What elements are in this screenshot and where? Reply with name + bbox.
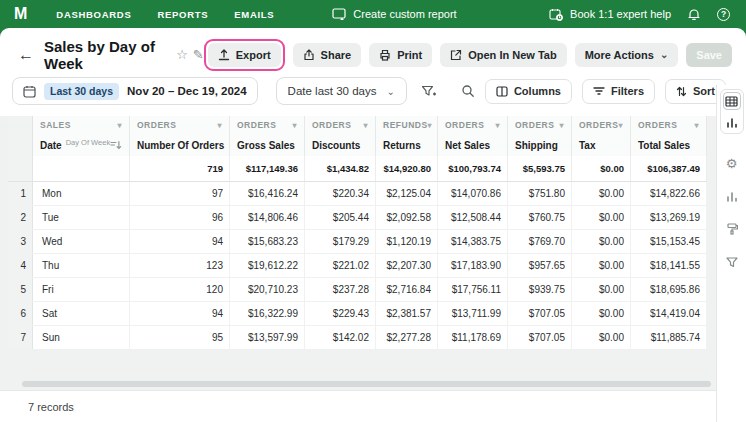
filters-button[interactable]: Filters <box>582 79 655 104</box>
table-cell: Mon <box>33 182 130 205</box>
table-cell: $179.29 <box>305 230 376 253</box>
metorik-logo[interactable]: M <box>14 5 26 23</box>
nav-emails[interactable]: EMAILS <box>234 9 274 20</box>
table-cell: $142.02 <box>305 326 376 349</box>
more-actions-button[interactable]: More Actions ⌄ <box>575 43 679 67</box>
column-group-header[interactable]: ORDERS▾ <box>230 116 305 134</box>
column-group-header[interactable]: ORDERS▾ <box>305 116 376 134</box>
funnel-filter-icon[interactable] <box>723 253 741 271</box>
column-group-header[interactable]: REFUNDS▾ <box>376 116 438 134</box>
chart-view-icon[interactable] <box>723 113 741 131</box>
chevron-down-icon: ⌄ <box>386 86 394 97</box>
column-group-header[interactable]: ORDERS▾ <box>130 116 230 134</box>
back-arrow-button[interactable]: ← <box>18 47 34 63</box>
group-label: ORDERS <box>445 120 484 130</box>
columns-button[interactable]: Columns <box>485 79 572 104</box>
group-label: ORDERS <box>579 120 618 130</box>
field-label-wrap: DateDay Of Week <box>40 140 110 151</box>
table-cell: Fri <box>33 278 130 301</box>
open-in-new-tab-button[interactable]: Open In New Tab <box>440 43 566 67</box>
row-number-cell: 2 <box>8 206 33 229</box>
column-group-header[interactable]: ORDERS▾ <box>438 116 508 134</box>
view-sidebar: ⚙ <box>716 85 746 422</box>
table-cell: $20,710.23 <box>230 278 305 301</box>
help-icon[interactable]: ? <box>717 8 730 21</box>
create-custom-report-button[interactable]: Create custom report <box>332 8 456 20</box>
table-cell: Thu <box>33 254 130 277</box>
column-header[interactable]: Net Sales <box>438 134 508 156</box>
sidebar-tools: ⚙ <box>723 154 741 271</box>
column-group-header[interactable]: SALES▾ <box>33 116 130 134</box>
share-button[interactable]: Share <box>293 43 362 67</box>
table-cell: $17,183.90 <box>438 254 508 277</box>
horizontal-scrollbar[interactable] <box>22 381 711 387</box>
table-row: 4Thu123$19,612.22$221.02$2,207.30$17,183… <box>8 254 707 278</box>
column-group-header[interactable]: ORDERS▾ <box>508 116 572 134</box>
group-label: ORDERS <box>312 120 351 130</box>
page-header: ← Sales by Day of Week ☆ ✎ Export <box>0 28 746 68</box>
field-label: Net Sales <box>445 140 490 151</box>
field-label: Tax <box>579 140 596 151</box>
export-icon <box>218 49 230 61</box>
date-range-control[interactable]: Last 30 days Nov 20 – Dec 19, 2024 <box>12 77 258 105</box>
edit-pencil-icon[interactable]: ✎ <box>193 47 204 62</box>
column-header[interactable]: Tax <box>572 134 631 156</box>
date-filter-dropdown[interactable]: Date last 30 days ⌄ <box>276 77 407 105</box>
row-number-header <box>8 134 33 156</box>
field-label: Gross Sales <box>237 140 295 151</box>
summary-row: 719$117,149.36$1,434.82$14,920.80$100,79… <box>8 156 707 182</box>
table-cell: 94 <box>130 302 230 325</box>
column-header[interactable]: Discounts <box>305 134 376 156</box>
field-label: Number Of Orders <box>137 140 224 151</box>
sort-icon[interactable] <box>110 140 122 150</box>
table-view-icon[interactable] <box>723 92 741 110</box>
column-header[interactable]: Shipping <box>508 134 572 156</box>
favorite-star-icon[interactable]: ☆ <box>176 47 188 62</box>
group-label: ORDERS <box>137 120 176 130</box>
chevron-down-icon: ▾ <box>292 121 297 130</box>
calendar-icon <box>23 85 36 98</box>
table-cell: Tue <box>33 206 130 229</box>
column-header[interactable]: Total Sales <box>631 134 707 156</box>
range-preset-badge: Last 30 days <box>44 83 119 100</box>
filter-toolbar: Last 30 days Nov 20 – Dec 19, 2024 Date … <box>12 77 732 105</box>
table-cell: $16,416.24 <box>230 182 305 205</box>
top-navigation-bar: M DASHBOARDS REPORTS EMAILS Create custo… <box>0 0 746 28</box>
summary-cell: $14,920.80 <box>376 156 438 181</box>
column-header[interactable]: Gross Sales <box>230 134 305 156</box>
notifications-bell-icon[interactable] <box>687 8 701 21</box>
field-label: Total Sales <box>638 140 690 151</box>
report-plus-icon <box>332 8 346 20</box>
book-expert-help-button[interactable]: Book 1:1 expert help <box>549 8 671 21</box>
table-cell: $15,683.23 <box>230 230 305 253</box>
settings-gear-icon[interactable]: ⚙ <box>723 154 741 172</box>
save-button[interactable]: Save <box>686 43 732 67</box>
paint-roller-icon[interactable] <box>723 220 741 238</box>
table-cell: $957.65 <box>508 254 572 277</box>
group-label: ORDERS <box>515 120 554 130</box>
print-button[interactable]: Print <box>369 43 432 67</box>
table-cell: $0.00 <box>572 302 631 325</box>
chevron-down-icon: ▾ <box>618 121 623 130</box>
table-cell: $18,141.55 <box>631 254 707 277</box>
column-header[interactable]: DateDay Of Week <box>33 134 130 156</box>
chevron-down-icon: ▾ <box>117 121 122 130</box>
table-cell: $17,756.11 <box>438 278 508 301</box>
field-label-wrap: Shipping <box>515 140 558 151</box>
column-header[interactable]: Returns <box>376 134 438 156</box>
external-link-icon <box>450 49 462 61</box>
column-header[interactable]: Number Of Orders <box>130 134 230 156</box>
search-icon[interactable] <box>461 84 475 98</box>
bar-chart-icon[interactable] <box>723 187 741 205</box>
export-button[interactable]: Export <box>208 43 281 67</box>
group-label: ORDERS <box>638 120 677 130</box>
nav-reports[interactable]: REPORTS <box>157 9 208 20</box>
group-label: SALES <box>40 120 71 130</box>
column-group-header[interactable]: ORDERS▾ <box>572 116 631 134</box>
nav-dashboards[interactable]: DASHBOARDS <box>56 9 131 20</box>
table-cell: $2,125.04 <box>376 182 438 205</box>
table-cell: $0.00 <box>572 254 631 277</box>
add-filter-icon[interactable] <box>421 85 436 98</box>
column-group-header[interactable]: ORDERS▾ <box>631 116 707 134</box>
table-cell: $0.00 <box>572 278 631 301</box>
